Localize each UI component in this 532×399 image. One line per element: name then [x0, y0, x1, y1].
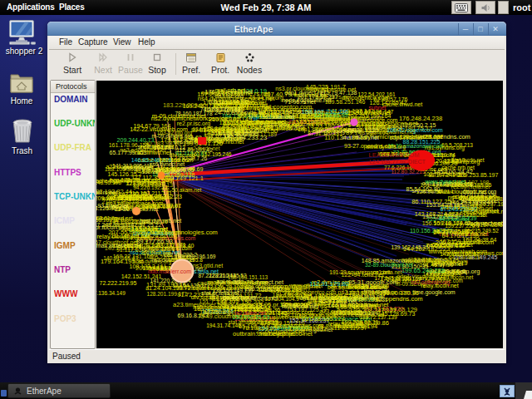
svg-text:87.222.231.243: 87.222.231.243: [198, 273, 236, 278]
svg-text:mail.nrb.net: mail.nrb.net: [215, 87, 246, 93]
svg-text:122-94.telia.net: 122-94.telia.net: [341, 271, 385, 278]
svg-text:184-85.rs.net: 184-85.rs.net: [200, 308, 237, 316]
svg-text:73.53.130.13: 73.53.130.13: [307, 122, 343, 130]
svg-text:64.219.48.19: 64.219.48.19: [449, 254, 480, 260]
svg-text:www-15-05.pr.1.fbcdn.net: www-15-05.pr.1.fbcdn.net: [239, 301, 311, 308]
svg-text:181.161.8.75: 181.161.8.75: [273, 292, 307, 298]
svg-text:time.google.com: time.google.com: [412, 289, 456, 296]
svg-text:edge.dyn.telia.net: edge.dyn.telia.net: [119, 193, 162, 200]
svg-text:LEASEWEB.COM: LEASEWEB.COM: [369, 151, 420, 159]
svg-text:69.5.208.213: 69.5.208.213: [441, 142, 473, 148]
svg-text:ns3.edgesuite.net: ns3.edgesuite.net: [120, 147, 165, 154]
svg-text:ns2.outbrain.org: ns2.outbrain.org: [202, 126, 244, 133]
svg-text:www.dyndns.org: www.dyndns.org: [365, 144, 406, 150]
svg-text:74.106.177.143: 74.106.177.143: [200, 106, 241, 112]
svg-text:ns4.dynamicnetservices.net: ns4.dynamicnetservices.net: [198, 95, 275, 102]
svg-text:156.204.188.65: 156.204.188.65: [451, 182, 492, 188]
svg-text:97.136.34.149: 97.136.34.149: [96, 290, 126, 296]
svg-text:71-96.rs.net: 71-96.rs.net: [284, 99, 315, 105]
svg-text:dlv.sfint.org: dlv.sfint.org: [141, 250, 170, 257]
svg-text:cache.llnwd.net: cache.llnwd.net: [382, 101, 422, 107]
svg-text:72.222.219.95: 72.222.219.95: [100, 280, 137, 286]
svg-text:ns2.dynamicnetworkservices.net: ns2.dynamicnetworkservices.net: [151, 115, 242, 122]
svg-text:stat.fbcdn.net: stat.fbcdn.net: [451, 157, 484, 163]
svg-text:90.118.162.123: 90.118.162.123: [239, 112, 279, 118]
svg-text:207-55.deploy.akamaitechnologi: 207-55.deploy.akamaitechnologies.com: [108, 229, 218, 236]
svg-text:65.71.218.239: 65.71.218.239: [440, 215, 477, 221]
svg-text:re2.akam.net: re2.akam.net: [234, 310, 266, 316]
svg-text:163.152.195.246: 163.152.195.246: [191, 151, 232, 157]
svg-text:69.26.176.222: 69.26.176.222: [432, 242, 470, 248]
svg-text:142.152.51.241: 142.152.51.241: [121, 273, 162, 279]
svg-text:86.217.251.15: 86.217.251.15: [433, 228, 473, 235]
svg-text:bgp.squarespace.com: bgp.squarespace.com: [328, 284, 381, 291]
svg-text:62.205.225.123: 62.205.225.123: [240, 317, 278, 323]
svg-text:163.107.178.177: 163.107.178.177: [470, 196, 503, 202]
svg-text:ns3.pr.cloudfront.net: ns3.pr.cloudfront.net: [275, 86, 328, 92]
svg-text:103.208.247.127: 103.208.247.127: [350, 307, 397, 314]
svg-text:199.209.61.31: 199.209.61.31: [342, 319, 379, 325]
svg-text:145.100.24.42: 145.100.24.42: [433, 168, 473, 175]
svg-text:142.57.25.22: 142.57.25.22: [128, 222, 162, 228]
svg-text:199.65.240.235: 199.65.240.235: [401, 267, 445, 274]
svg-text:ndb.mablerr.com: ndb.mablerr.com: [148, 268, 191, 274]
svg-text:cdp1.isc.org: cdp1.isc.org: [463, 188, 496, 195]
svg-text:142-22.visualweb.com: 142-22.visualweb.com: [130, 126, 188, 132]
svg-text:78.125.95.131: 78.125.95.131: [96, 205, 128, 211]
svg-text:outbrain.dns.bciyqmpcb6.net: outbrain.dns.bciyqmpcb6.net: [233, 330, 313, 337]
svg-text:a1.24.104.233.72.squarespace.c: a1.24.104.233.72.squarespace.com: [145, 285, 239, 292]
svg-text:62.48.57.176: 62.48.57.176: [374, 96, 408, 102]
svg-text:114.10.99.213: 114.10.99.213: [431, 260, 467, 266]
svg-text:199.249.121.1: 199.249.121.1: [164, 175, 204, 182]
svg-text:127.93.61.99: 127.93.61.99: [314, 112, 348, 118]
svg-text:node.sc.fbcdn.net: node.sc.fbcdn.net: [310, 312, 356, 318]
svg-text:ns3.dynamicnetworkservices.net: ns3.dynamicnetworkservices.net: [352, 133, 443, 140]
svg-text:194.31.74.146: 194.31.74.146: [206, 323, 241, 328]
svg-text:stat.isc.org: stat.isc.org: [96, 214, 117, 222]
svg-text:189.58.251.146: 189.58.251.146: [325, 99, 366, 105]
svg-text:subnet: subnet: [368, 105, 386, 111]
svg-text:re2.cloudfront.net: re2.cloudfront.net: [464, 209, 503, 214]
svg-text:85.54.162.80: 85.54.162.80: [406, 186, 441, 192]
svg-text:api.rs.net: api.rs.net: [217, 278, 241, 285]
svg-text:dns.gtld.net: dns.gtld.net: [123, 165, 153, 171]
svg-text:192.168.0.2: 192.168.0.2: [160, 157, 190, 163]
svg-text:171-50.akam.net: 171-50.akam.net: [161, 187, 202, 193]
svg-text:cache.fbcdn.net: cache.fbcdn.net: [96, 178, 131, 184]
svg-text:L24.104.77.rrCDIECT: L24.104.77.rrCDIECT: [369, 159, 426, 165]
